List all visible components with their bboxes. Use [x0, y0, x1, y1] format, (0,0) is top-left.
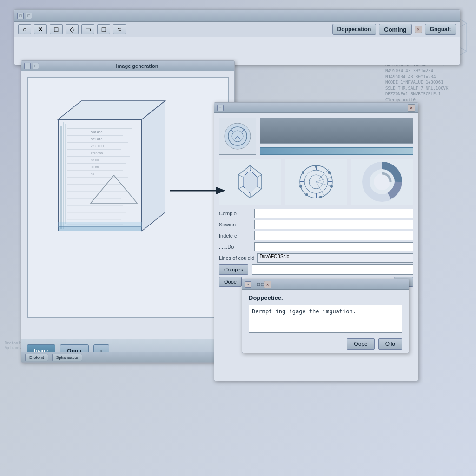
right-bottom-row: Compes [219, 264, 413, 275]
field-sowinn: Sowinn [219, 220, 413, 229]
tb-btn-2[interactable]: □ [26, 13, 32, 19]
field-dots: ......Do [219, 242, 413, 251]
preview-progress-bar [260, 147, 413, 155]
svg-point-66 [319, 196, 322, 198]
thumb-arc[interactable] [351, 159, 413, 205]
compes-button[interactable]: Compes [219, 264, 248, 275]
toolbar-icon-square[interactable]: □ [50, 24, 63, 34]
status-bar: Drotonit Sptiansapts 👤 [21, 352, 234, 362]
tb-minimize[interactable]: − [24, 63, 31, 69]
dialog-close-btn[interactable]: × [245, 281, 251, 288]
right-tb-min[interactable]: − [217, 105, 224, 111]
field-indele-label: Indele c [219, 233, 251, 238]
preview-thumb [219, 118, 256, 155]
titlebar-buttons-left: − □ [24, 63, 39, 69]
svg-marker-10 [142, 101, 165, 231]
status-drotonit[interactable]: Drotonit [25, 354, 48, 361]
svg-text:ZZZDOO: ZZZDOO [91, 145, 104, 148]
wireframe-illustration: 510 600 521 610 ZZZDOO zzzoooo nn 00 00 … [30, 82, 170, 270]
preview-main-bar [260, 118, 413, 144]
svg-text:00 nn: 00 nn [91, 165, 99, 169]
field-complo: Complo [219, 209, 413, 218]
right-win-titlebar: − × [214, 103, 418, 113]
field-dots-input[interactable] [254, 242, 413, 251]
image-generation-window: − □ Image generation [21, 60, 235, 363]
back-top-window: □ □ ○ ✕ □ ◇ ▭ □ ≈ Doppecation Coming × G… [14, 9, 460, 65]
svg-line-53 [238, 175, 243, 177]
dialog-ok-btn[interactable]: Ollo [378, 338, 402, 350]
dialog-win-label: □ □ [257, 282, 264, 287]
thumbnail-grid [219, 159, 413, 205]
coming-button[interactable]: Coming [379, 24, 411, 35]
dialog-content: Doppectice. Dermpt ing igage the imguati… [242, 290, 409, 354]
deprecation-button[interactable]: Doppecation [332, 24, 377, 35]
dialog-open-btn[interactable]: Oope [347, 338, 374, 350]
svg-text:510 600: 510 600 [91, 131, 102, 134]
right-close-btn[interactable]: × [408, 104, 415, 112]
back-toolbar: ○ ✕ □ ◇ ▭ □ ≈ Doppecation Coming × Gngua… [14, 22, 460, 37]
svg-text:zzzoooo: zzzoooo [91, 152, 103, 155]
field-lines-label: Lines of couldid [219, 255, 254, 261]
svg-line-49 [257, 175, 262, 177]
svg-text:nn 00: nn 00 [91, 159, 99, 162]
arrow-connector [167, 181, 228, 200]
field-indele-input[interactable] [254, 231, 413, 240]
compes-input[interactable] [252, 264, 413, 275]
right-win-content: Complo Sowinn Indele c ......Do Lines of… [214, 113, 418, 293]
field-complo-input[interactable] [254, 209, 413, 218]
svg-marker-31 [91, 175, 137, 203]
toolbar-icon-rect2[interactable]: □ [97, 24, 110, 34]
titlebar-buttons: □ □ [17, 13, 32, 19]
toolbar-icon-rect[interactable]: ▭ [81, 24, 94, 34]
thumb-crystal[interactable] [219, 159, 281, 205]
svg-point-67 [305, 193, 308, 196]
language-button[interactable]: Gngualt [425, 24, 456, 35]
svg-text:co: co [91, 172, 94, 176]
svg-line-52 [238, 186, 243, 189]
svg-rect-27 [63, 122, 64, 229]
svg-point-69 [302, 171, 304, 174]
field-lines: Lines of couldid DuvAFCBScio [219, 253, 413, 263]
thumb-circular[interactable] [285, 159, 347, 205]
dialog-btn-row: Oope Ollo [249, 338, 402, 350]
status-sptiansapts[interactable]: Sptiansapts [52, 354, 82, 361]
dialog-window: × □ □ × Doppectice. Dermpt ing igage the… [242, 279, 409, 353]
open-button[interactable]: Oope [219, 277, 242, 287]
field-lines-input[interactable]: DuvAFCBScio [257, 253, 413, 263]
preview-row [219, 118, 413, 155]
dialog-tb-btns: × [245, 281, 251, 288]
dialog-titlebar: × □ □ × [242, 279, 409, 290]
dialog-x-btn[interactable]: × [264, 281, 271, 288]
svg-point-63 [315, 165, 317, 168]
svg-line-50 [257, 186, 262, 189]
field-dots-label: ......Do [219, 244, 251, 250]
toolbar-icon-wave[interactable]: ≈ [113, 24, 126, 34]
field-complo-label: Complo [219, 211, 251, 216]
svg-marker-40 [216, 187, 225, 194]
tb-maximize[interactable]: □ [33, 63, 39, 69]
svg-text:521 610: 521 610 [91, 138, 102, 141]
tb-btn-1[interactable]: □ [17, 13, 24, 19]
dialog-input[interactable]: Dermpt ing igage the imguation. [249, 305, 402, 333]
field-indele: Indele c [219, 231, 413, 240]
field-sowinn-input[interactable] [254, 220, 413, 229]
svg-rect-26 [60, 126, 62, 229]
back-top-titlebar: □ □ [14, 10, 460, 22]
dialog-title-text: Doppectice. [249, 294, 402, 301]
toolbar-icon-x[interactable]: ✕ [34, 24, 47, 34]
close-button[interactable]: × [415, 26, 422, 33]
toolbar-icon-circle[interactable]: ○ [18, 24, 31, 34]
svg-point-64 [328, 171, 331, 174]
right-titlebar-btns: − [217, 105, 224, 111]
toolbar-icon-diamond[interactable]: ◇ [66, 24, 79, 34]
image-gen-title: Image generation [43, 63, 231, 69]
svg-rect-30 [58, 222, 142, 227]
svg-rect-28 [65, 124, 66, 224]
svg-rect-8 [58, 119, 142, 231]
image-gen-titlebar: − □ Image generation [21, 61, 234, 71]
svg-point-68 [299, 185, 302, 188]
field-sowinn-label: Sowinn [219, 222, 251, 227]
